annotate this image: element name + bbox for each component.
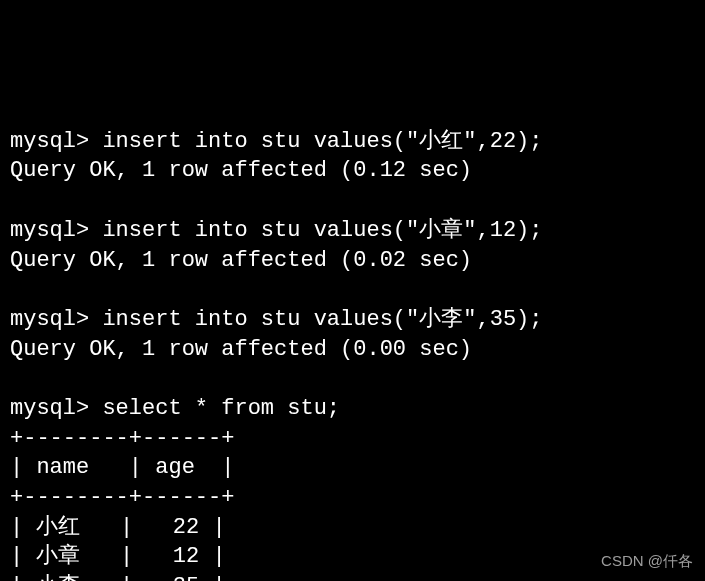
table-row: | 小李 | 35 | <box>10 574 226 581</box>
query-response: Query OK, 1 row affected (0.12 sec) <box>10 158 472 183</box>
table-header: | name | age | <box>10 455 234 480</box>
sql-command: insert into stu values("小李",35); <box>102 307 542 332</box>
table-border: +--------+------+ <box>10 426 234 451</box>
prompt: mysql> <box>10 129 89 154</box>
watermark: CSDN @仟各 <box>601 551 693 571</box>
table-row: | 小章 | 12 | <box>10 544 226 569</box>
prompt: mysql> <box>10 396 89 421</box>
query-response: Query OK, 1 row affected (0.00 sec) <box>10 337 472 362</box>
query-response: Query OK, 1 row affected (0.02 sec) <box>10 248 472 273</box>
table-row: | 小红 | 22 | <box>10 515 226 540</box>
sql-command: insert into stu values("小红",22); <box>102 129 542 154</box>
sql-command: select * from stu; <box>102 396 340 421</box>
prompt: mysql> <box>10 307 89 332</box>
prompt: mysql> <box>10 218 89 243</box>
table-border: +--------+------+ <box>10 485 234 510</box>
sql-command: insert into stu values("小章",12); <box>102 218 542 243</box>
terminal-output: mysql> insert into stu values("小红",22); … <box>10 127 695 581</box>
